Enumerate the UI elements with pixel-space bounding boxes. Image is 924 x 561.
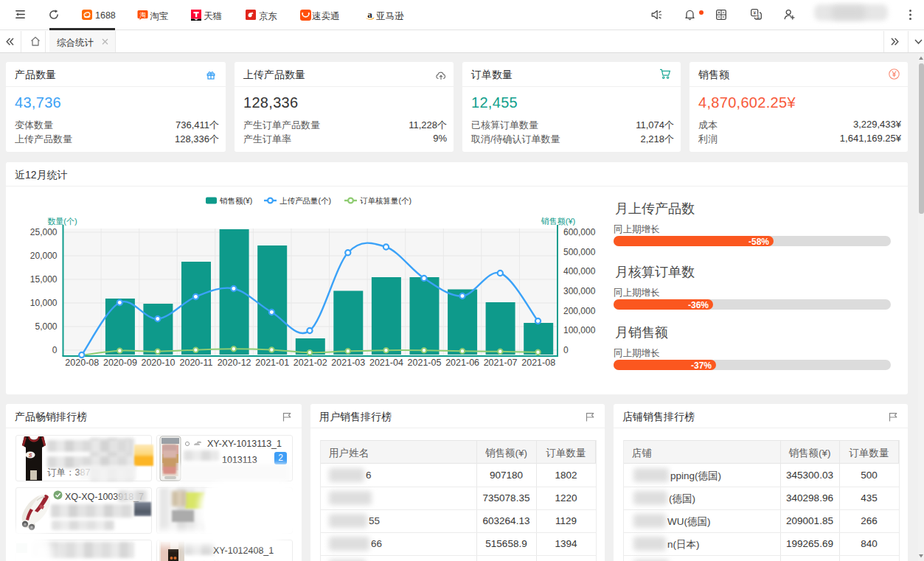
svg-text:25,000: 25,000 xyxy=(30,227,58,237)
svg-text:数量(个): 数量(个) xyxy=(47,217,77,226)
svg-text:¥: ¥ xyxy=(753,10,756,15)
svg-text:销售额(¥): 销售额(¥) xyxy=(219,196,252,205)
svg-text:销售额(¥): 销售额(¥) xyxy=(541,217,575,226)
svg-text:2020-10: 2020-10 xyxy=(141,358,175,368)
svg-text:500,000: 500,000 xyxy=(563,247,596,257)
svg-text:2021-01: 2021-01 xyxy=(255,358,289,368)
svg-text:2020-12: 2020-12 xyxy=(218,358,251,368)
svg-text:600,000: 600,000 xyxy=(563,227,596,237)
svg-text:100,000: 100,000 xyxy=(563,325,596,335)
svg-text:2021-04: 2021-04 xyxy=(369,358,403,368)
svg-text:400,000: 400,000 xyxy=(563,266,596,276)
svg-text:2021-02: 2021-02 xyxy=(293,358,327,368)
svg-text:2020-08: 2020-08 xyxy=(65,358,99,368)
svg-text:2021-07: 2021-07 xyxy=(484,358,518,368)
svg-text:5,000: 5,000 xyxy=(35,321,57,332)
svg-text:15,000: 15,000 xyxy=(30,274,58,285)
svg-text:2020-09: 2020-09 xyxy=(103,358,137,368)
svg-text:10,000: 10,000 xyxy=(30,298,58,308)
svg-text:订单核算量(个): 订单核算量(个) xyxy=(360,196,411,205)
svg-text:2021-06: 2021-06 xyxy=(445,358,479,368)
svg-text:2020-11: 2020-11 xyxy=(180,358,213,368)
svg-text:淘: 淘 xyxy=(139,11,146,18)
svg-text:上传产品量(个): 上传产品量(个) xyxy=(279,196,331,205)
svg-text:20,000: 20,000 xyxy=(30,251,58,261)
svg-text:$: $ xyxy=(757,14,760,19)
svg-text:2021-08: 2021-08 xyxy=(521,358,555,368)
svg-text:0: 0 xyxy=(563,345,569,355)
svg-text:2021-05: 2021-05 xyxy=(408,358,442,368)
svg-text:S: S xyxy=(29,453,32,458)
svg-text:a: a xyxy=(367,10,372,20)
svg-text:2021-03: 2021-03 xyxy=(331,358,365,368)
svg-text:200,000: 200,000 xyxy=(563,306,596,316)
svg-text:0: 0 xyxy=(52,345,58,355)
svg-text:300,000: 300,000 xyxy=(563,286,596,296)
